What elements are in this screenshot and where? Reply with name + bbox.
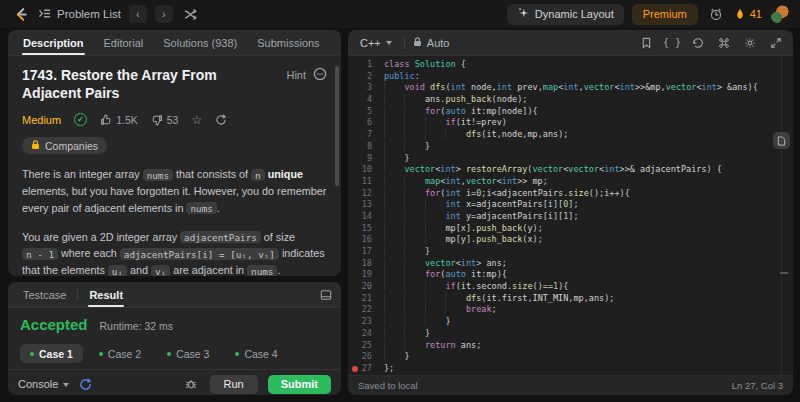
debug-bug-icon[interactable] xyxy=(182,375,200,393)
code-line[interactable]: 11 map<int,vector<int>> mp; xyxy=(348,176,793,188)
tab-testcase[interactable]: Testcase xyxy=(14,282,75,307)
language-selector[interactable]: C++ xyxy=(356,35,396,51)
flame-icon xyxy=(734,7,746,22)
inline-code: nums xyxy=(143,169,173,181)
auto-mode-toggle[interactable]: Auto xyxy=(413,37,450,49)
line-number: 11 xyxy=(348,176,384,188)
code-line[interactable]: 8 } xyxy=(348,141,793,153)
bookmark-icon[interactable] xyxy=(637,34,655,52)
code-line[interactable]: 12 for(int i=0;i<adjacentPairs.size();i+… xyxy=(348,188,793,200)
code-line[interactable]: 9 } xyxy=(348,153,793,165)
code-line[interactable]: 24 } xyxy=(348,328,793,340)
code-line[interactable]: 20 if(it.second.size()==1){ xyxy=(348,281,793,293)
annotate-icon[interactable] xyxy=(313,67,327,83)
reset-code-icon[interactable] xyxy=(689,34,707,52)
sparkle-icon xyxy=(517,7,529,21)
dislike-count: 53 xyxy=(167,114,179,126)
code-line[interactable]: 27}; xyxy=(348,363,793,375)
runtime-label: Runtime: 32 ms xyxy=(100,320,174,332)
scrollbar-marker xyxy=(780,272,788,274)
statement-paragraph: You are given a 2D integer array adjacen… xyxy=(22,229,327,276)
sync-icon[interactable] xyxy=(79,378,92,391)
title-row: 1743. Restore the Array From Adjacent Pa… xyxy=(22,66,327,102)
code-line[interactable]: 16 mp[y].push_back(x); xyxy=(348,234,793,246)
description-scrollbar[interactable] xyxy=(335,66,339,186)
code-line[interactable]: 4 ans.push_back(node); xyxy=(348,94,793,106)
fullscreen-icon[interactable] xyxy=(767,34,785,52)
shortcuts-icon[interactable] xyxy=(715,34,733,52)
dynamic-layout-button[interactable]: Dynamic Layout xyxy=(507,4,624,25)
case-pill-3[interactable]: Case 3 xyxy=(157,344,219,363)
companies-tag[interactable]: Companies xyxy=(22,137,107,154)
line-number: 8 xyxy=(348,141,384,153)
problem-title: 1743. Restore the Array From Adjacent Pa… xyxy=(22,66,278,102)
favorite-star-icon[interactable]: ☆ xyxy=(191,114,202,126)
left-column: DescriptionEditorialSolutions (938)Submi… xyxy=(8,30,341,395)
tab-description[interactable]: Description xyxy=(14,30,93,55)
submit-button[interactable]: Submit xyxy=(268,375,331,394)
code-line[interactable]: 2public: xyxy=(348,71,793,83)
like-count: 1.5K xyxy=(116,114,138,126)
hint-button[interactable]: Hint xyxy=(286,69,306,81)
breakpoint-dot[interactable] xyxy=(352,366,358,372)
dislike-button[interactable]: 53 xyxy=(151,114,179,126)
avatar[interactable] xyxy=(770,4,790,24)
console-toggle[interactable]: Console xyxy=(18,378,69,390)
cursor-position[interactable]: Ln 27, Col 3 xyxy=(732,380,783,391)
code-line[interactable]: 6 if(it!=prev) xyxy=(348,117,793,129)
problem-statement: There is an integer array nums that cons… xyxy=(22,166,327,276)
testcase-panel: Testcase Result Accepted Runtime: 32 xyxy=(8,282,341,395)
code-line[interactable]: 25 return ans; xyxy=(348,340,793,352)
copy-code-button[interactable] xyxy=(773,132,790,149)
tab-editorial[interactable]: Editorial xyxy=(95,30,153,55)
verdict-status: Accepted xyxy=(20,316,88,333)
code-line[interactable]: 10 vector<int> restoreArray(vector<vecto… xyxy=(348,164,793,176)
tab-solutions-938-[interactable]: Solutions (938) xyxy=(154,30,246,55)
run-button[interactable]: Run xyxy=(210,375,258,394)
timer-icon[interactable] xyxy=(706,4,726,24)
code-line[interactable]: 13 int x=adjacentPairs[i][0]; xyxy=(348,199,793,211)
premium-button[interactable]: Premium xyxy=(632,4,698,25)
code-line[interactable]: 17 } xyxy=(348,246,793,258)
leetcode-logo[interactable] xyxy=(10,4,30,24)
tab-submissions[interactable]: Submissions xyxy=(248,30,328,55)
code-line[interactable]: 23 } xyxy=(348,316,793,328)
code-editor[interactable]: 1class Solution {2public:3 void dfs(int … xyxy=(348,56,793,375)
code-line[interactable]: 7 dfs(it,node,mp,ans); xyxy=(348,129,793,141)
streak-counter[interactable]: 41 xyxy=(734,7,762,22)
inline-code: n xyxy=(251,169,265,181)
top-bar: Problem List ‹ › xyxy=(0,0,800,28)
solved-check-icon: ✓ xyxy=(74,113,87,126)
next-problem-button[interactable]: › xyxy=(155,5,173,23)
format-code-icon[interactable]: { } xyxy=(663,34,681,52)
case-pill-1[interactable]: Case 1 xyxy=(20,344,83,363)
code-line[interactable]: 1class Solution { xyxy=(348,59,793,71)
settings-gear-icon[interactable] xyxy=(741,34,759,52)
code-editor-panel: C++ Auto xyxy=(348,30,793,395)
line-number: 1 xyxy=(348,59,384,71)
code-line[interactable]: 22 break; xyxy=(348,304,793,316)
case-pill-4[interactable]: Case 4 xyxy=(225,344,287,363)
companies-label: Companies xyxy=(45,140,98,152)
case-status-dot xyxy=(235,352,239,356)
code-line[interactable]: 14 int y=adjacentPairs[i][1]; xyxy=(348,211,793,223)
code-line[interactable]: 19 for(auto it:mp){ xyxy=(348,269,793,281)
tab-result[interactable]: Result xyxy=(80,282,132,307)
code-line[interactable]: 3 void dfs(int node,int prev,map<int,vec… xyxy=(348,82,793,94)
difficulty-badge[interactable]: Medium xyxy=(22,114,61,126)
share-icon[interactable] xyxy=(215,114,227,126)
panel-layout-icon[interactable] xyxy=(317,286,335,304)
like-button[interactable]: 1.5K xyxy=(100,114,138,126)
code-line[interactable]: 5 for(auto it:mp[node]){ xyxy=(348,106,793,118)
code-line[interactable]: 21 dfs(it.first,INT_MIN,mp,ans); xyxy=(348,293,793,305)
problem-list-link[interactable]: Problem List xyxy=(38,7,121,22)
description-panel: DescriptionEditorialSolutions (938)Submi… xyxy=(8,30,341,276)
prev-problem-button[interactable]: ‹ xyxy=(129,5,147,23)
case-status-dot xyxy=(30,352,34,356)
shuffle-icon[interactable] xyxy=(181,4,201,24)
result-body: Accepted Runtime: 32 ms Case 1Case 2Case… xyxy=(8,308,341,369)
code-line[interactable]: 26 } xyxy=(348,351,793,363)
code-line[interactable]: 18 vector<int> ans; xyxy=(348,258,793,270)
code-line[interactable]: 15 mp[x].push_back(y); xyxy=(348,223,793,235)
case-pill-2[interactable]: Case 2 xyxy=(89,344,151,363)
